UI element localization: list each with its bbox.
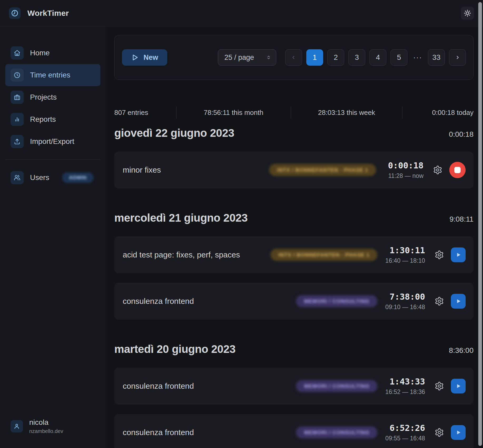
entry-duration: 7:38:00: [390, 292, 425, 302]
entry-description: consulenza frontend: [123, 297, 296, 306]
page-button-4[interactable]: 4: [369, 49, 386, 66]
sidebar-item-users[interactable]: Users ADMIN: [0, 167, 106, 189]
entry-settings-button[interactable]: [433, 380, 445, 392]
entry-play-button[interactable]: [451, 379, 466, 393]
page-button-2[interactable]: 2: [327, 49, 344, 66]
sidebar-item-label: Time entries: [30, 71, 70, 79]
scrollbar[interactable]: [478, 2, 482, 446]
entry-description: minor fixes: [123, 165, 269, 174]
sidebar-item-home[interactable]: Home: [0, 42, 106, 64]
entry-description: acid test page: fixes, perf, spaces: [123, 250, 270, 259]
prev-page-button[interactable]: [285, 49, 302, 66]
day-title: mercoledì 21 giugno 2023: [114, 212, 248, 224]
day-total: 9:08:11: [450, 215, 474, 223]
entry-duration: 6:52:26: [390, 423, 425, 433]
page-button-last[interactable]: 33: [428, 49, 445, 66]
gear-icon: [435, 428, 444, 437]
day-section: martedì 20 giugno 2023 8:36:00 consulenz…: [114, 343, 474, 448]
entry-duration: 1:30:11: [390, 245, 425, 255]
day-section: giovedì 22 giugno 2023 0:00:18 minor fix…: [114, 127, 474, 188]
entry-play-button[interactable]: [451, 425, 466, 440]
entry-settings-button[interactable]: [433, 427, 445, 438]
entry-settings-button[interactable]: [432, 164, 443, 176]
sidebar-item-label: Projects: [30, 93, 57, 101]
gear-icon: [435, 381, 444, 391]
pagination: 25 / page 12345 ··· 33: [218, 49, 466, 66]
page-size-select[interactable]: 25 / page: [218, 49, 276, 66]
project-badge: INTX / BONNEFANTEN - PHASE 1: [270, 249, 377, 261]
entry-times: 1:43:33 16:52 — 18:36: [385, 377, 425, 396]
project-badge: MEMORI / CONSULTING: [296, 295, 377, 307]
time-entry-row: minor fixes INTX / BONNEFANTEN - PHASE 1…: [114, 152, 474, 188]
sidebar-item-label: Reports: [30, 115, 56, 124]
stop-icon: [454, 167, 461, 173]
day-entries: minor fixes INTX / BONNEFANTEN - PHASE 1…: [114, 152, 474, 188]
current-user[interactable]: nicola nzambello.dev: [0, 418, 106, 437]
play-icon: [455, 429, 462, 436]
upload-icon: [11, 135, 24, 148]
sun-icon: [464, 9, 471, 17]
pagination-ellipsis: ···: [412, 53, 424, 62]
entry-stop-button[interactable]: [449, 162, 466, 178]
entry-play-button[interactable]: [451, 247, 466, 262]
sidebar-item-import-export[interactable]: Import/Export: [0, 130, 106, 153]
user-name: nicola: [29, 418, 63, 427]
stat-today: 0:00:18 today: [402, 109, 474, 117]
sidebar-item-label: Import/Export: [30, 137, 74, 146]
sidebar-item-label: Home: [30, 49, 50, 57]
play-outline-icon: [131, 53, 139, 61]
theme-toggle-button[interactable]: [461, 7, 474, 20]
gear-icon: [433, 165, 442, 175]
new-entry-label: New: [144, 53, 158, 62]
page-button-5[interactable]: 5: [391, 49, 407, 66]
sidebar-item-label: Users: [30, 173, 49, 182]
entry-times: 7:38:00 09:10 — 16:48: [385, 292, 425, 311]
day-title: giovedì 22 giugno 2023: [114, 127, 234, 139]
new-entry-button[interactable]: New: [122, 49, 167, 66]
entry-time-range: 11:28 — now: [388, 172, 423, 179]
toolbar: New 25 / page 12345 ··· 33: [114, 35, 474, 80]
day-total: 0:00:18: [449, 130, 474, 139]
entry-description: consulenza frontend: [123, 428, 296, 437]
sidebar-item-projects[interactable]: Projects: [0, 86, 106, 108]
time-entry-row: acid test page: fixes, perf, spaces INTX…: [114, 236, 474, 273]
entry-play-button[interactable]: [451, 294, 466, 309]
play-icon: [455, 251, 462, 258]
sidebar-item-reports[interactable]: Reports: [0, 108, 106, 130]
entry-time-range: 09:10 — 16:48: [385, 304, 425, 311]
day-total: 8:36:00: [449, 346, 474, 355]
days-list: giovedì 22 giugno 2023 0:00:18 minor fix…: [114, 127, 474, 448]
time-entry-row: consulenza frontend MEMORI / CONSULTING …: [114, 414, 474, 448]
stat-this-month: 78:56:11 this month: [176, 109, 291, 117]
topbar: WorkTimer: [0, 0, 483, 26]
gear-icon: [435, 296, 444, 306]
sidebar-divider: [5, 159, 100, 160]
entry-time-range: 16:52 — 18:36: [385, 388, 425, 396]
entry-settings-button[interactable]: [433, 249, 445, 261]
clock-icon: [11, 69, 24, 82]
entry-times: 0:00:18 11:28 — now: [384, 160, 423, 179]
entry-duration: 1:43:33: [390, 377, 425, 387]
project-badge: MEMORI / CONSULTING: [296, 380, 377, 392]
entry-time-range: 16:40 — 18:10: [385, 257, 425, 264]
sidebar: Home Time entries Projects Reports Impor…: [0, 27, 106, 448]
main-content: New 25 / page 12345 ··· 33: [106, 27, 483, 448]
play-icon: [455, 383, 462, 389]
next-page-button[interactable]: [449, 49, 466, 66]
chevron-left-icon: [291, 55, 296, 60]
app-logo: [9, 7, 21, 19]
project-badge: MEMORI / CONSULTING: [296, 426, 377, 439]
entry-settings-button[interactable]: [433, 295, 445, 307]
stats-bar: 807 entries 78:56:11 this month 28:03:13…: [114, 105, 474, 120]
page-button-1[interactable]: 1: [306, 49, 323, 66]
day-header: giovedì 22 giugno 2023 0:00:18: [114, 127, 474, 139]
entry-times: 1:30:11 16:40 — 18:10: [385, 245, 425, 264]
bar-chart-icon: [11, 113, 24, 126]
clock-icon: [11, 9, 18, 17]
stat-this-week: 28:03:13 this week: [291, 109, 402, 117]
sidebar-item-time-entries[interactable]: Time entries: [5, 64, 100, 86]
user-domain: nzambello.dev: [29, 428, 63, 434]
page-button-3[interactable]: 3: [348, 49, 365, 66]
project-badge: INTX / BONNEFANTEN - PHASE 1: [269, 164, 376, 176]
user-icon: [11, 420, 23, 432]
